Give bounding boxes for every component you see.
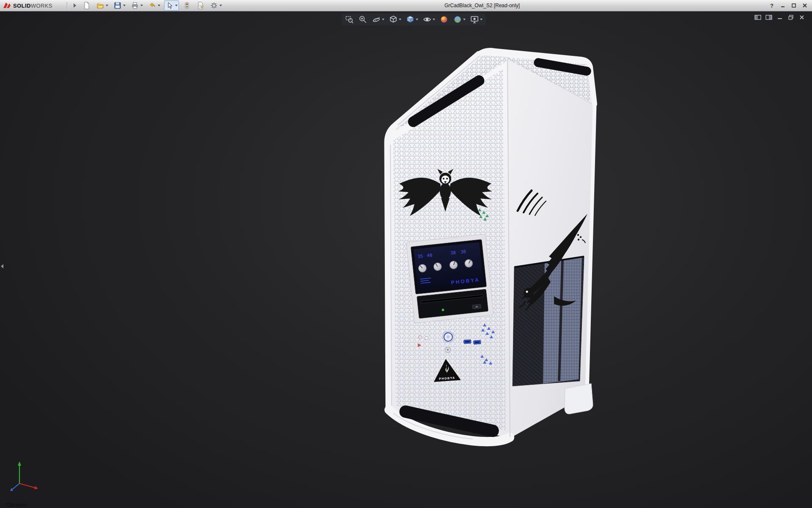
eye-icon <box>422 15 432 24</box>
menu-expand-icon <box>72 2 77 9</box>
chevron-down-icon[interactable] <box>175 5 178 6</box>
triad-arrow-x <box>34 486 38 489</box>
section-view-icon <box>372 15 381 24</box>
apply-scene-button[interactable] <box>453 14 466 25</box>
audio-jack[interactable] <box>425 336 429 340</box>
minimize-button[interactable] <box>778 1 787 10</box>
pane-split-right-button[interactable] <box>765 14 773 21</box>
chevron-down-icon[interactable] <box>433 19 435 20</box>
brand-text: SOLIDWORKS <box>13 3 52 9</box>
options-button[interactable] <box>208 0 223 11</box>
triad-axis-x <box>19 483 35 488</box>
maximize-icon <box>791 3 796 8</box>
chevron-down-icon[interactable] <box>158 5 160 6</box>
save-button[interactable] <box>112 0 127 11</box>
chevron-down-icon[interactable] <box>106 5 108 6</box>
zoom-to-area-icon <box>358 15 368 24</box>
restore-view-button[interactable] <box>787 14 795 21</box>
heads-up-toolbar <box>342 14 486 25</box>
chevron-left-icon <box>1 264 3 268</box>
shaded-cube-icon <box>406 15 415 24</box>
gear-icon <box>210 1 218 10</box>
viewport-window-controls <box>754 14 806 21</box>
help-button[interactable]: ? <box>767 1 776 10</box>
zoom-to-area-button[interactable] <box>358 14 368 25</box>
edit-appearance-button[interactable] <box>439 14 449 25</box>
file-properties-icon <box>196 1 205 10</box>
brand-bold: SOLID <box>13 3 31 9</box>
chevron-down-icon[interactable] <box>399 19 401 20</box>
view-orientation-button[interactable] <box>388 14 402 25</box>
titlebar: SOLIDWORKS <box>0 0 812 11</box>
print-icon <box>131 1 139 10</box>
close-icon <box>799 15 805 20</box>
minimize-icon <box>780 3 785 8</box>
file-properties-button[interactable] <box>195 0 206 11</box>
triad-axis-z <box>12 483 19 489</box>
chevron-down-icon[interactable] <box>140 5 143 6</box>
model-3d[interactable]: 35 40 38 30 PHOBYA <box>376 42 605 457</box>
chevron-down-icon[interactable] <box>219 5 222 6</box>
minimize-view-button[interactable] <box>776 14 784 21</box>
zoom-to-fit-button[interactable] <box>344 14 354 25</box>
new-document-button[interactable] <box>81 0 92 11</box>
save-icon <box>113 1 122 10</box>
rebuild-button[interactable] <box>181 0 192 11</box>
display-style-button[interactable] <box>405 14 419 25</box>
solidworks-logo-icon <box>3 1 11 10</box>
orientation-triad <box>7 459 45 493</box>
eject-button[interactable] <box>472 304 481 309</box>
lcd-readout-2: 40 <box>427 252 433 258</box>
undo-icon <box>148 1 156 10</box>
section-view-button[interactable] <box>371 14 385 25</box>
select-cursor-icon <box>165 1 174 10</box>
select-button[interactable] <box>164 0 179 11</box>
triad-arrow-y <box>18 461 21 466</box>
open-button[interactable] <box>95 0 110 11</box>
reset-button[interactable] <box>445 347 451 353</box>
undo-button[interactable] <box>147 0 162 11</box>
brand-light: WORKS <box>31 3 52 9</box>
graphics-viewport[interactable]: 35 40 38 30 PHOBYA <box>0 11 812 508</box>
lcd-readout-3: 38 <box>450 250 456 255</box>
rebuild-stoplight-icon <box>183 1 191 10</box>
appearance-sphere-icon <box>439 15 449 24</box>
close-view-button[interactable] <box>798 14 806 21</box>
scene-globe-icon <box>453 15 462 24</box>
view-settings-icon <box>470 15 479 24</box>
solidworks-brand: SOLIDWORKS <box>3 1 52 10</box>
fan-controller: 35 40 38 30 PHOBYA <box>406 234 494 323</box>
new-document-icon <box>82 1 91 10</box>
zoom-to-fit-icon <box>345 15 354 24</box>
help-glyph: ? <box>770 3 774 9</box>
close-icon <box>802 3 807 8</box>
pane-split-left-button[interactable] <box>754 14 762 21</box>
chevron-down-icon[interactable] <box>382 19 384 20</box>
menu-expand-button[interactable] <box>71 0 79 11</box>
panel-collapse-arrow[interactable] <box>0 259 4 273</box>
window-controls: ? <box>767 1 809 10</box>
open-folder-icon <box>96 1 104 10</box>
chevron-down-icon[interactable] <box>480 19 483 20</box>
document-title: GrCadBlack_Owl_S2 [Read-only] <box>444 3 520 8</box>
rear-foot <box>565 384 593 414</box>
view-settings-button[interactable] <box>469 14 483 25</box>
pane-split-right-icon <box>765 14 772 20</box>
print-button[interactable] <box>129 0 144 11</box>
chevron-down-icon[interactable] <box>416 19 418 20</box>
lcd-readout-1: 35 <box>417 253 423 259</box>
minimize-icon <box>777 15 783 20</box>
pane-split-left-icon <box>754 14 761 20</box>
lcd-readout-4: 30 <box>460 249 466 254</box>
maximize-button[interactable] <box>789 1 798 10</box>
chevron-down-icon[interactable] <box>463 19 466 20</box>
chevron-down-icon[interactable] <box>123 5 126 6</box>
main-toolbar <box>71 1 223 10</box>
close-button[interactable] <box>800 1 809 10</box>
hide-show-items-button[interactable] <box>422 14 436 25</box>
view-cube-icon <box>389 15 398 24</box>
toolbar-separator <box>67 2 67 9</box>
audio-jack[interactable] <box>418 335 422 339</box>
orientation-label: *Dimetric <box>5 502 27 508</box>
restore-icon <box>788 15 794 20</box>
